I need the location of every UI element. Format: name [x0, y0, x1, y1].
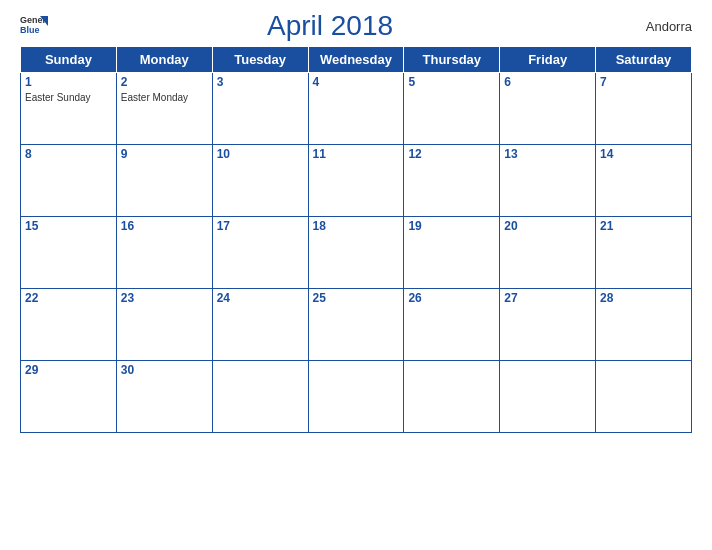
calendar-cell: 19 — [404, 217, 500, 289]
calendar-cell: 17 — [212, 217, 308, 289]
calendar-week-5: 2930 — [21, 361, 692, 433]
day-number: 24 — [217, 291, 304, 305]
day-number: 7 — [600, 75, 687, 89]
calendar-cell: 21 — [596, 217, 692, 289]
day-number: 26 — [408, 291, 495, 305]
calendar-cell — [596, 361, 692, 433]
holiday-label: Easter Monday — [121, 91, 208, 104]
calendar-cell — [500, 361, 596, 433]
day-number: 12 — [408, 147, 495, 161]
day-number: 20 — [504, 219, 591, 233]
calendar-cell: 23 — [116, 289, 212, 361]
col-header-friday: Friday — [500, 47, 596, 73]
page-title: April 2018 — [48, 10, 612, 42]
day-number: 2 — [121, 75, 208, 89]
calendar-cell: 25 — [308, 289, 404, 361]
day-number: 5 — [408, 75, 495, 89]
calendar-cell: 28 — [596, 289, 692, 361]
day-number: 6 — [504, 75, 591, 89]
col-header-thursday: Thursday — [404, 47, 500, 73]
day-number: 19 — [408, 219, 495, 233]
calendar-week-2: 891011121314 — [21, 145, 692, 217]
calendar-cell: 29 — [21, 361, 117, 433]
day-number: 8 — [25, 147, 112, 161]
calendar-cell: 22 — [21, 289, 117, 361]
calendar-cell: 20 — [500, 217, 596, 289]
calendar-cell: 10 — [212, 145, 308, 217]
day-number: 16 — [121, 219, 208, 233]
day-number: 25 — [313, 291, 400, 305]
day-number: 22 — [25, 291, 112, 305]
logo-icon: General Blue — [20, 12, 48, 40]
calendar-cell: 16 — [116, 217, 212, 289]
calendar-cell: 6 — [500, 73, 596, 145]
calendar-cell: 18 — [308, 217, 404, 289]
calendar-week-1: 1Easter Sunday2Easter Monday34567 — [21, 73, 692, 145]
day-number: 27 — [504, 291, 591, 305]
day-number: 3 — [217, 75, 304, 89]
calendar-cell: 27 — [500, 289, 596, 361]
calendar-cell: 24 — [212, 289, 308, 361]
day-number: 1 — [25, 75, 112, 89]
calendar-cell: 13 — [500, 145, 596, 217]
day-number: 21 — [600, 219, 687, 233]
day-number: 28 — [600, 291, 687, 305]
calendar-cell — [212, 361, 308, 433]
day-number: 11 — [313, 147, 400, 161]
calendar-cell: 12 — [404, 145, 500, 217]
holiday-label: Easter Sunday — [25, 91, 112, 104]
day-number: 30 — [121, 363, 208, 377]
calendar-cell: 3 — [212, 73, 308, 145]
calendar-week-3: 15161718192021 — [21, 217, 692, 289]
day-number: 14 — [600, 147, 687, 161]
calendar-cell: 15 — [21, 217, 117, 289]
country-label: Andorra — [612, 19, 692, 34]
day-number: 18 — [313, 219, 400, 233]
calendar-week-4: 22232425262728 — [21, 289, 692, 361]
calendar-cell: 26 — [404, 289, 500, 361]
col-header-tuesday: Tuesday — [212, 47, 308, 73]
calendar-header-row: SundayMondayTuesdayWednesdayThursdayFrid… — [21, 47, 692, 73]
day-number: 13 — [504, 147, 591, 161]
calendar-cell: 9 — [116, 145, 212, 217]
calendar-cell: 8 — [21, 145, 117, 217]
calendar-header: General Blue April 2018 Andorra — [20, 10, 692, 42]
day-number: 29 — [25, 363, 112, 377]
calendar-cell: 30 — [116, 361, 212, 433]
calendar-cell: 1Easter Sunday — [21, 73, 117, 145]
svg-text:Blue: Blue — [20, 25, 40, 35]
col-header-saturday: Saturday — [596, 47, 692, 73]
calendar-cell: 4 — [308, 73, 404, 145]
day-number: 23 — [121, 291, 208, 305]
col-header-monday: Monday — [116, 47, 212, 73]
calendar-cell: 11 — [308, 145, 404, 217]
logo: General Blue — [20, 12, 48, 40]
col-header-wednesday: Wednesday — [308, 47, 404, 73]
day-number: 10 — [217, 147, 304, 161]
col-header-sunday: Sunday — [21, 47, 117, 73]
day-number: 15 — [25, 219, 112, 233]
calendar-table: SundayMondayTuesdayWednesdayThursdayFrid… — [20, 46, 692, 433]
calendar-cell — [404, 361, 500, 433]
day-number: 9 — [121, 147, 208, 161]
calendar-cell: 14 — [596, 145, 692, 217]
calendar-cell: 2Easter Monday — [116, 73, 212, 145]
day-number: 4 — [313, 75, 400, 89]
day-number: 17 — [217, 219, 304, 233]
calendar-cell — [308, 361, 404, 433]
calendar-cell: 5 — [404, 73, 500, 145]
calendar-cell: 7 — [596, 73, 692, 145]
